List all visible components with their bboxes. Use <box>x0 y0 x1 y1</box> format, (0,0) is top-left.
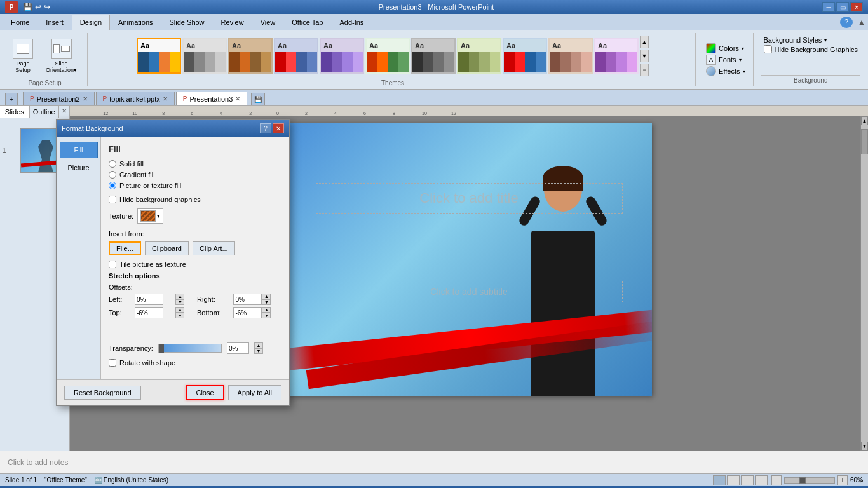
solid-fill-radio[interactable] <box>109 160 116 168</box>
theme-8[interactable]: Aa <box>457 38 501 74</box>
picture-fill-option[interactable]: Picture or texture fill <box>109 182 281 189</box>
top-offset-spin[interactable]: ▲ ▼ <box>175 307 195 318</box>
slide-title-placeholder[interactable]: Click to add title <box>316 183 623 214</box>
bottom-offset-spin[interactable]: ▲ ▼ <box>262 307 271 318</box>
bottom-offset-input[interactable] <box>233 307 262 318</box>
tile-picture-checkbox[interactable] <box>109 261 116 268</box>
bottom-spin-up[interactable]: ▲ <box>262 307 271 313</box>
colors-button[interactable]: Colors ▾ <box>703 43 747 54</box>
restore-button[interactable]: ▭ <box>836 2 849 12</box>
transparency-spin[interactable]: ▲ ▼ <box>254 342 263 354</box>
right-spin-down[interactable]: ▼ <box>262 299 271 305</box>
scroll-down-button[interactable]: ▼ <box>861 442 868 451</box>
trans-spin-down[interactable]: ▼ <box>254 348 263 354</box>
slide-subtitle-placeholder[interactable]: Click to add subtitle <box>316 281 623 302</box>
dialog-help-button[interactable]: ? <box>260 123 271 133</box>
theme-4[interactable]: Aa <box>274 38 318 74</box>
theme-10[interactable]: Aa <box>548 38 593 74</box>
left-offset-input[interactable] <box>135 294 163 305</box>
theme-7[interactable]: Aa <box>411 38 456 74</box>
right-offset-spin[interactable]: ▲ ▼ <box>262 294 271 305</box>
right-spin-up[interactable]: ▲ <box>262 294 271 299</box>
effects-button[interactable]: Effects ▾ <box>703 65 747 77</box>
doc-tab-topik-close[interactable]: ✕ <box>163 95 168 102</box>
transparency-slider[interactable] <box>158 344 222 353</box>
dialog-tab-fill[interactable]: Fill <box>60 142 98 158</box>
clip-art-button[interactable]: Clip Art... <box>193 241 235 255</box>
background-styles-button[interactable]: Background Styles ▾ <box>761 36 860 44</box>
themes-more[interactable]: ≡ <box>640 64 649 76</box>
solid-fill-option[interactable]: Solid fill <box>109 160 281 168</box>
vertical-scrollbar[interactable]: ▲ ▼ <box>860 116 868 451</box>
tile-picture-option[interactable]: Tile picture as texture <box>109 261 281 268</box>
trans-spin-up[interactable]: ▲ <box>254 342 263 348</box>
help-button[interactable]: ? <box>840 17 853 28</box>
texture-selector[interactable]: ▾ <box>137 208 163 224</box>
doc-tab-presentation3-close[interactable]: ✕ <box>235 95 240 102</box>
clipboard-button[interactable]: Clipboard <box>145 241 189 255</box>
page-setup-button[interactable]: Page Setup <box>8 37 38 74</box>
doc-tab-presentation3[interactable]: P Presentation3 ✕ <box>176 92 248 105</box>
doc-tab-presentation2-close[interactable]: ✕ <box>83 95 88 102</box>
minimize-button[interactable]: ─ <box>822 2 835 12</box>
left-spin-down[interactable]: ▼ <box>175 299 184 305</box>
top-offset-input[interactable] <box>135 307 163 318</box>
left-offset-spin[interactable]: ▲ ▼ <box>175 294 195 305</box>
tab-home[interactable]: Home <box>3 14 37 30</box>
reset-background-button[interactable]: Reset Background <box>64 386 141 400</box>
close-button-dialog[interactable]: Close <box>186 385 224 400</box>
tab-slideshow[interactable]: Slide Show <box>161 14 213 30</box>
slide-orientation-button[interactable]: Slide Orientation▾ <box>41 37 82 74</box>
tab-view[interactable]: View <box>252 14 284 30</box>
tab-addins[interactable]: Add-Ins <box>331 14 372 30</box>
ribbon-minimize[interactable]: ▲ <box>855 18 868 27</box>
scroll-thumb[interactable] <box>861 129 868 154</box>
doc-tab-presentation2[interactable]: P Presentation2 ✕ <box>23 92 95 105</box>
fonts-button[interactable]: A Fonts ▾ <box>703 54 747 65</box>
apply-to-all-button[interactable]: Apply to All <box>228 385 281 400</box>
tab-insert[interactable]: Insert <box>37 14 72 30</box>
zoom-in-button[interactable]: + <box>837 475 848 485</box>
slide-panel-close[interactable]: ✕ <box>59 106 69 118</box>
slideshow-view-button[interactable] <box>755 475 768 485</box>
normal-view-button[interactable] <box>713 475 726 485</box>
themes-scroll-down[interactable]: ▼ <box>640 50 649 62</box>
tab-animations[interactable]: Animations <box>110 14 161 30</box>
dialog-tab-picture[interactable]: Picture <box>60 159 98 176</box>
top-spin-down[interactable]: ▼ <box>175 313 184 318</box>
theme-11[interactable]: Aa <box>594 38 639 74</box>
tab-officetab[interactable]: Office Tab <box>283 14 331 30</box>
themes-scroll-up[interactable]: ▲ <box>640 36 649 48</box>
rotate-with-shape-option[interactable]: Rotate with shape <box>109 359 281 367</box>
language-indicator[interactable]: 🔤 English (United States) <box>95 477 168 484</box>
theme-9[interactable]: Aa <box>503 38 547 74</box>
hide-bg-option[interactable]: Hide background graphics <box>109 196 281 203</box>
theme-5[interactable]: Aa <box>320 38 364 74</box>
bottom-spin-down[interactable]: ▼ <box>262 313 271 318</box>
outline-tab[interactable]: Outline <box>30 106 60 118</box>
theme-2[interactable]: Aa <box>182 38 227 74</box>
notes-bar[interactable]: Click to add notes <box>0 451 868 473</box>
close-button[interactable]: ✕ <box>850 2 863 12</box>
file-button[interactable]: File... <box>109 241 141 255</box>
hide-bg-checkbox[interactable] <box>109 196 116 203</box>
quick-access-redo[interactable]: ↪ <box>44 3 50 11</box>
zoom-out-button[interactable]: − <box>771 475 782 485</box>
background-expand[interactable]: ↗ <box>857 477 865 485</box>
zoom-slider[interactable] <box>784 477 835 484</box>
transparency-input[interactable] <box>227 342 249 354</box>
scroll-up-button[interactable]: ▲ <box>861 116 868 125</box>
tab-design[interactable]: Design <box>72 15 110 30</box>
right-offset-input[interactable] <box>233 294 262 305</box>
left-spin-up[interactable]: ▲ <box>175 294 184 299</box>
reading-view-button[interactable] <box>741 475 754 485</box>
slide-thumbnail-1[interactable] <box>20 128 59 173</box>
theme-office[interactable]: Aa <box>137 38 181 74</box>
new-tab-button[interactable]: + <box>5 93 18 105</box>
top-spin-up[interactable]: ▲ <box>175 307 184 313</box>
theme-6[interactable]: Aa <box>365 38 410 74</box>
quick-access-save[interactable]: 💾 <box>23 3 32 11</box>
hide-background-button[interactable]: Hide Background Graphics <box>761 44 860 54</box>
dialog-close-x-button[interactable]: ✕ <box>273 123 284 133</box>
theme-3[interactable]: Aa <box>228 38 273 74</box>
